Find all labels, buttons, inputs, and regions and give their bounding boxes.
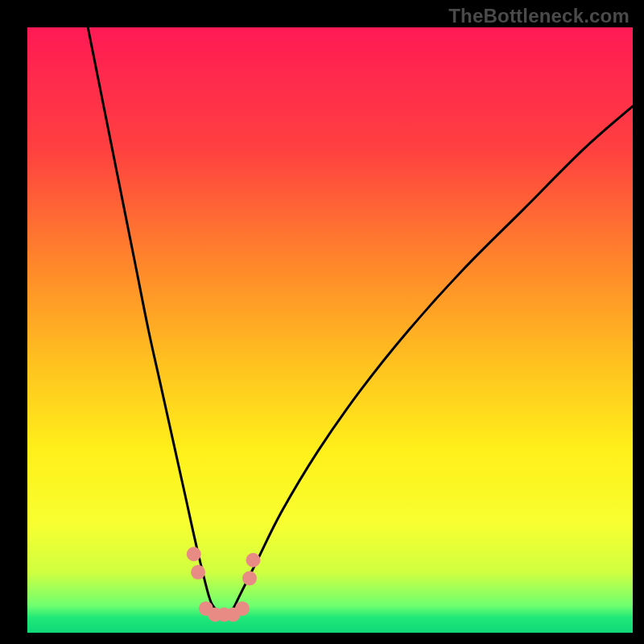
curve-marker — [246, 553, 260, 568]
curve-marker — [191, 565, 205, 580]
curve-marker — [235, 601, 250, 616]
chart-stage: TheBottleneck.com — [0, 0, 644, 644]
curve-marker — [242, 571, 257, 585]
plot-background — [27, 27, 633, 633]
watermark-text: TheBottleneck.com — [448, 5, 630, 27]
bottleneck-chart — [0, 0, 644, 644]
curve-marker — [187, 547, 201, 561]
